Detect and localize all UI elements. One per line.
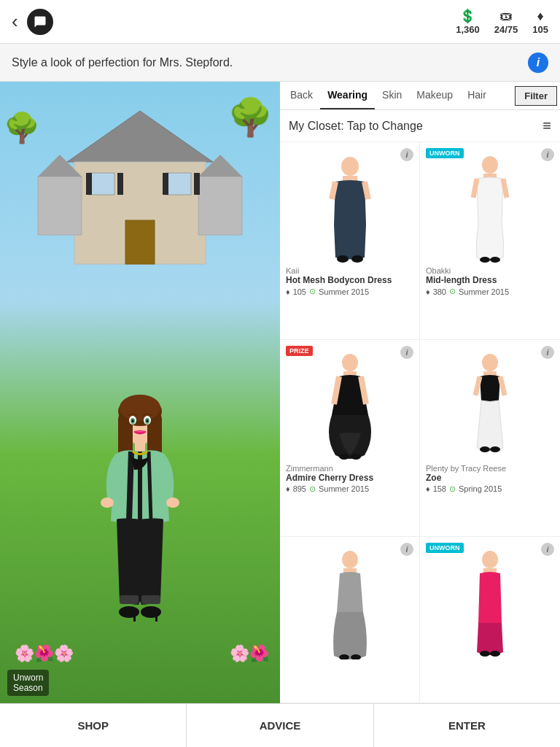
advice-button[interactable]: ADVICE [187, 704, 373, 747]
shop-button[interactable]: SHOP [0, 704, 187, 747]
main-area: 🌳 🌳 [0, 82, 560, 703]
item-6-figure [426, 543, 554, 659]
item-1-name: Hot Mesh Bodycon Dress [286, 275, 413, 285]
svg-rect-32 [155, 614, 158, 622]
item-3-meta: ♦ 895 ⊙ Summer 2015 [286, 484, 413, 494]
item-2-figure [426, 148, 554, 265]
filter-button[interactable]: Filter [515, 86, 557, 106]
item-1-season: Summer 2015 [319, 287, 369, 296]
diamond-currency: ♦ 105 [532, 9, 548, 35]
svg-rect-31 [133, 614, 136, 622]
svg-point-48 [490, 446, 500, 452]
avatar-labels: Unworn Season [7, 670, 49, 696]
item-4-meta: ♦ 158 ⊙ Spring 2015 [426, 484, 554, 494]
item-1-brand: Kaii [286, 266, 413, 275]
coin-icon: 💲 [459, 8, 475, 24]
svg-rect-10 [117, 173, 123, 195]
ticket-currency: 🎟 24/75 [494, 9, 518, 35]
item-3-season: Summer 2015 [319, 484, 369, 493]
ticket-icon: 🎟 [499, 9, 513, 24]
item-2-meta: ♦ 380 ⊙ Summer 2015 [426, 287, 554, 296]
item-1-info[interactable]: i [400, 148, 413, 161]
item-3-name: Admire Cherry Dress [286, 473, 413, 483]
svg-point-23 [147, 419, 149, 422]
svg-point-26 [166, 498, 179, 508]
svg-rect-7 [198, 177, 242, 235]
svg-point-35 [337, 255, 349, 263]
closet-panel: Back Wearing Skin Makeup Hair Filter My … [280, 82, 560, 703]
svg-point-49 [342, 551, 358, 568]
svg-rect-11 [163, 173, 168, 195]
svg-point-44 [351, 454, 361, 460]
tab-back[interactable]: Back [283, 82, 320, 109]
svg-point-30 [141, 606, 161, 618]
coin-currency: 💲 1,360 [456, 8, 480, 35]
item-2-diamond: 380 [433, 287, 446, 296]
svg-rect-2 [89, 173, 114, 195]
item-2-badge: UNWORN [426, 148, 464, 158]
item-1-diamond: 105 [293, 287, 306, 296]
item-1-meta: ♦ 105 ⊙ Summer 2015 [286, 287, 413, 296]
item-6-badge: UNWORN [426, 543, 464, 553]
svg-rect-3 [166, 173, 191, 195]
svg-rect-9 [86, 173, 92, 195]
svg-point-47 [480, 446, 490, 452]
info-icon[interactable]: i [528, 53, 548, 73]
svg-point-22 [132, 419, 134, 422]
item-6[interactable]: UNWORN i [420, 537, 560, 703]
svg-point-17 [120, 395, 160, 421]
svg-point-41 [342, 354, 358, 371]
back-button[interactable]: ‹ [12, 10, 18, 33]
item-4-diamond: 158 [433, 484, 446, 493]
item-3-info[interactable]: i [400, 346, 413, 359]
item-3-diamond: 895 [293, 484, 306, 493]
bottom-nav: SHOP ADVICE ENTER [0, 703, 560, 747]
item-3-badge: PRIZE [286, 346, 313, 356]
tab-makeup[interactable]: Makeup [409, 82, 460, 109]
svg-rect-28 [141, 595, 160, 604]
item-1[interactable]: i Kaii Hot Mesh Bodycon Dress [280, 142, 420, 340]
item-4-info[interactable]: i [541, 346, 554, 359]
item-2-info[interactable]: i [541, 148, 554, 161]
svg-point-53 [482, 551, 498, 568]
svg-point-36 [351, 255, 363, 263]
top-bar: ‹ 💲 1,360 🎟 24/75 ♦ 105 [0, 0, 560, 44]
svg-point-43 [339, 454, 349, 460]
svg-point-56 [490, 651, 500, 657]
svg-point-40 [490, 257, 500, 263]
tab-wearing[interactable]: Wearing [320, 82, 375, 109]
svg-point-25 [101, 498, 114, 508]
item-5[interactable]: i [280, 537, 420, 703]
svg-point-55 [480, 651, 490, 657]
tabs-bar: Back Wearing Skin Makeup Hair Filter [280, 82, 560, 110]
menu-icon[interactable]: ≡ [542, 117, 551, 134]
item-2[interactable]: UNWORN i Obakki Mid-length Dress [420, 142, 560, 340]
item-3-brand: Zimmermann [286, 464, 413, 473]
item-1-figure [286, 148, 413, 265]
item-4[interactable]: i Plenty by Tracy Rees [420, 340, 560, 538]
svg-point-39 [480, 257, 490, 263]
season-label: Season [13, 683, 43, 693]
svg-rect-12 [194, 173, 200, 195]
closet-title: My Closet: Tap to Change [289, 120, 423, 133]
item-4-name: Zoe [426, 473, 554, 483]
svg-rect-5 [38, 177, 82, 235]
svg-point-29 [119, 606, 139, 618]
diamond-icon: ♦ [537, 9, 544, 24]
item-3[interactable]: PRIZE i Zimmermann [280, 340, 420, 538]
item-2-brand: Obakki [426, 266, 554, 275]
unworn-label: Unworn [13, 673, 43, 683]
diamond-icon-1: ♦ [286, 287, 290, 296]
enter-button[interactable]: ENTER [374, 704, 560, 747]
chat-bubble-icon [27, 9, 53, 35]
item-4-brand: Plenty by Tracy Reese [426, 464, 554, 473]
item-2-season: Summer 2015 [459, 287, 509, 296]
svg-rect-27 [120, 595, 139, 604]
season-dot-1: ⊙ [309, 287, 316, 296]
tab-hair[interactable]: Hair [460, 82, 494, 109]
svg-point-33 [341, 157, 359, 176]
tab-skin[interactable]: Skin [375, 82, 409, 109]
item-5-figure [286, 543, 413, 659]
mission-text: Style a look of perfection for Mrs. Step… [12, 56, 528, 69]
item-2-name: Mid-length Dress [426, 275, 554, 285]
